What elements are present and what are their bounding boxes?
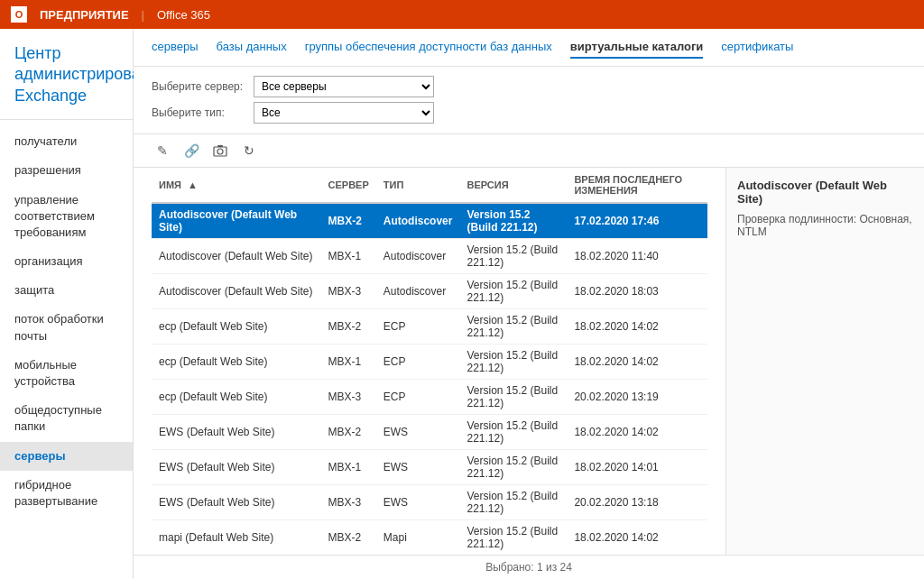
cell-server: MBX-2 — [321, 415, 376, 450]
server-filter-select[interactable]: Все серверы MBX-1 MBX-2 MBX-3 — [254, 76, 434, 97]
cell-server: MBX-3 — [321, 274, 376, 309]
svg-point-1 — [217, 149, 223, 154]
cell-name: Autodiscover (Default Web Site) — [152, 274, 321, 309]
cell-server: MBX-1 — [321, 239, 376, 274]
sidebar-item-mailflow[interactable]: поток обработки почты — [0, 305, 133, 350]
cell-name: Autodiscover (Default Web Site) — [152, 203, 321, 239]
detail-auth-label: Проверка подлинности: — [737, 213, 856, 225]
cell-name: ecp (Default Web Site) — [152, 309, 321, 345]
table-detail-row: ИМЯ ▲ СЕРВЕР ТИП ВЕРСИЯ ВРЕМЯ ПОСЛЕДНЕГО… — [134, 168, 924, 555]
subnav-item-dag[interactable]: группы обеспечения доступности баз данны… — [305, 36, 552, 59]
office365-link[interactable]: Office 365 — [157, 8, 210, 22]
table-row[interactable]: EWS (Default Web Site)MBX-2EWSVersion 15… — [152, 415, 707, 450]
cell-version: Version 15.2 (Build 221.12) — [459, 485, 567, 520]
edit-button[interactable]: ✎ — [152, 140, 173, 161]
office-icon: O — [11, 6, 27, 23]
cell-server: MBX-3 — [321, 485, 376, 520]
table-row[interactable]: Autodiscover (Default Web Site)MBX-3Auto… — [152, 274, 707, 309]
col-type[interactable]: ТИП — [376, 168, 460, 203]
sidebar-item-mobile[interactable]: мобильные устройства — [0, 351, 133, 396]
sidebar-item-organization[interactable]: организация — [0, 247, 133, 276]
footer: Выбрано: 1 из 24 — [134, 555, 924, 579]
cell-name: ecp (Default Web Site) — [152, 345, 321, 380]
cell-type: Autodiscover — [376, 274, 460, 309]
cell-modified: 18.02.2020 14:02 — [567, 415, 707, 450]
subnav-item-certs[interactable]: сертификаты — [721, 36, 793, 59]
col-version[interactable]: ВЕРСИЯ — [459, 168, 567, 203]
sidebar-item-compliance[interactable]: управление соответствием требованиям — [0, 186, 133, 248]
cell-name: Autodiscover (Default Web Site) — [152, 239, 321, 274]
cell-version: Version 15.2 (Build 221.12) — [459, 380, 567, 415]
separator: | — [142, 8, 144, 22]
cell-server: MBX-2 — [321, 309, 376, 345]
server-filter-row: Выберите сервер: Все серверы MBX-1 MBX-2… — [152, 76, 906, 97]
refresh-button[interactable]: ↻ — [238, 140, 260, 161]
sidebar-item-recipients[interactable]: получатели — [0, 127, 133, 156]
content-area: серверыбазы данныхгруппы обеспечения дос… — [134, 29, 924, 579]
sidebar-title: Центр администрирования Exchange — [0, 38, 133, 120]
cell-version: Version 15.2 (Build 221.12) — [459, 239, 567, 274]
table-wrapper[interactable]: ИМЯ ▲ СЕРВЕР ТИП ВЕРСИЯ ВРЕМЯ ПОСЛЕДНЕГО… — [134, 168, 725, 555]
sort-arrow-name: ▲ — [188, 179, 198, 190]
cell-server: MBX-3 — [321, 380, 376, 415]
subnav-item-databases[interactable]: базы данных — [217, 36, 287, 59]
sidebar-item-permissions[interactable]: разрешения — [0, 156, 133, 185]
cell-type: EWS — [376, 415, 460, 450]
cell-name: ecp (Default Web Site) — [152, 380, 321, 415]
cell-type: EWS — [376, 450, 460, 485]
table-row[interactable]: ecp (Default Web Site)MBX-1ECPVersion 15… — [152, 345, 707, 380]
cell-version: Version 15.2 (Build 221.12) — [459, 450, 567, 485]
sub-nav: серверыбазы данныхгруппы обеспечения дос… — [134, 29, 924, 67]
col-server[interactable]: СЕРВЕР — [321, 168, 376, 203]
cell-version: Version 15.2 (Build 221.12) — [459, 203, 567, 239]
table-row[interactable]: Autodiscover (Default Web Site)MBX-1Auto… — [152, 239, 707, 274]
table-row[interactable]: Autodiscover (Default Web Site)MBX-2Auto… — [152, 203, 707, 239]
sidebar-item-publicfolders[interactable]: общедоступные папки — [0, 396, 133, 441]
sidebar: Центр администрирования Exchange получат… — [0, 29, 134, 579]
main-container: Центр администрирования Exchange получат… — [0, 29, 924, 579]
toolbar: ✎ 🔗 ↻ — [134, 134, 924, 168]
cell-version: Version 15.2 (Build 221.12) — [459, 345, 567, 380]
table-row[interactable]: ecp (Default Web Site)MBX-2ECPVersion 15… — [152, 309, 707, 345]
cell-type: Autodiscover — [376, 203, 460, 239]
cell-modified: 18.02.2020 14:02 — [567, 309, 707, 345]
cell-version: Version 15.2 (Build 221.12) — [459, 520, 567, 556]
sidebar-item-protection[interactable]: защита — [0, 276, 133, 305]
camera-button[interactable] — [209, 140, 231, 161]
cell-name: EWS (Default Web Site) — [152, 485, 321, 520]
link-button[interactable]: 🔗 — [180, 140, 202, 161]
cell-type: ECP — [376, 380, 460, 415]
table-row[interactable]: EWS (Default Web Site)MBX-1EWSVersion 15… — [152, 450, 707, 485]
cell-version: Version 15.2 (Build 221.12) — [459, 309, 567, 345]
cell-server: MBX-1 — [321, 450, 376, 485]
cell-modified: 17.02.2020 17:46 — [567, 203, 707, 239]
type-filter-select[interactable]: Все Autodiscover ECP EWS Mapi OAB OWA EA… — [254, 102, 434, 124]
cell-type: ECP — [376, 309, 460, 345]
col-name[interactable]: ИМЯ ▲ — [152, 168, 321, 203]
subnav-item-virtual[interactable]: виртуальные каталоги — [570, 36, 704, 59]
table-row[interactable]: ecp (Default Web Site)MBX-3ECPVersion 15… — [152, 380, 707, 415]
cell-modified: 18.02.2020 11:40 — [567, 239, 707, 274]
cell-modified: 20.02.2020 13:19 — [567, 380, 707, 415]
sidebar-item-servers[interactable]: серверы — [0, 442, 133, 471]
cell-server: MBX-1 — [321, 345, 376, 380]
subnav-item-servers[interactable]: серверы — [152, 36, 199, 59]
cell-server: MBX-2 — [321, 520, 376, 556]
col-modified[interactable]: ВРЕМЯ ПОСЛЕДНЕГО ИЗМЕНЕНИЯ — [567, 168, 707, 203]
detail-title: Autodiscover (Default Web Site) — [737, 179, 913, 206]
company-name: ПРЕДПРИЯТИЕ — [40, 8, 129, 22]
detail-panel: Autodiscover (Default Web Site) Проверка… — [725, 168, 924, 555]
cell-modified: 18.02.2020 14:02 — [567, 345, 707, 380]
svg-rect-2 — [217, 145, 223, 147]
cell-name: EWS (Default Web Site) — [152, 450, 321, 485]
selected-count: Выбрано: 1 из 24 — [485, 561, 572, 574]
cell-type: Mapi — [376, 520, 460, 556]
cell-modified: 18.02.2020 18:03 — [567, 274, 707, 309]
cell-modified: 18.02.2020 14:02 — [567, 520, 707, 556]
server-filter-label: Выберите сервер: — [152, 80, 246, 93]
table-row[interactable]: mapi (Default Web Site)MBX-2MapiVersion … — [152, 520, 707, 556]
table-row[interactable]: EWS (Default Web Site)MBX-3EWSVersion 15… — [152, 485, 707, 520]
cell-version: Version 15.2 (Build 221.12) — [459, 274, 567, 309]
sidebar-item-hybrid[interactable]: гибридное развертывание — [0, 471, 133, 516]
cell-modified: 20.02.2020 13:18 — [567, 485, 707, 520]
